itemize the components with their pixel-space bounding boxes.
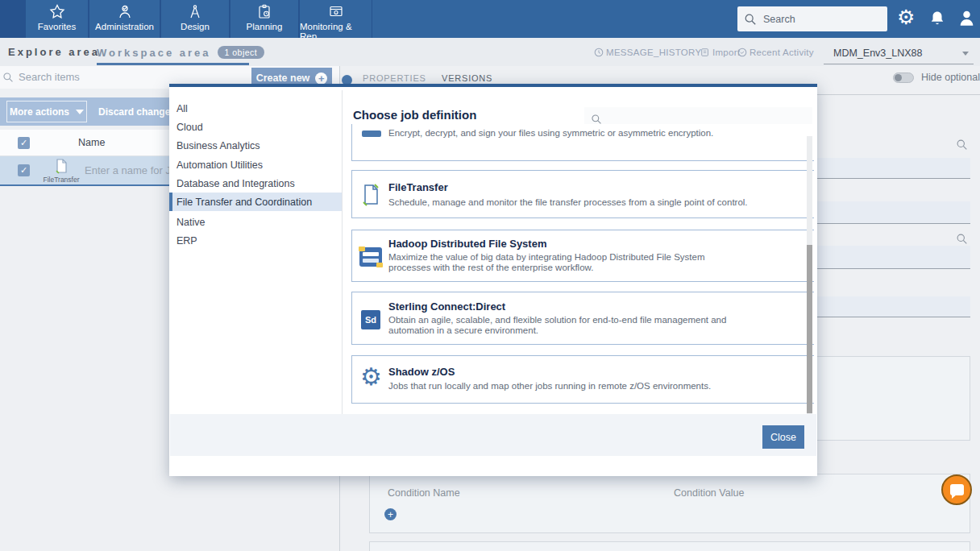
nav-tab-planning[interactable]: Planning xyxy=(230,0,299,38)
row-icon-label: FileTransfer xyxy=(43,176,79,184)
add-condition-button[interactable]: + xyxy=(384,508,397,520)
condition-name-label: Condition Name xyxy=(388,487,460,499)
notifications-bell-icon[interactable] xyxy=(928,10,946,27)
create-new-label: Create new xyxy=(256,72,310,84)
object-count-badge: 1 object xyxy=(218,46,265,59)
search-items-input[interactable] xyxy=(19,71,147,83)
category-all[interactable]: All xyxy=(169,99,342,118)
job-card-sterling[interactable]: Sd Sterling Connect:Direct Obtain an agi… xyxy=(351,292,814,345)
job-card-description: Obtain an agile, scalable, and flexible … xyxy=(388,315,743,335)
condition-value-label: Condition Value xyxy=(674,487,744,499)
message-history-label: MESSAGE_HISTORY xyxy=(606,48,701,57)
active-tab-underline xyxy=(97,63,249,65)
job-card-title: Sterling Connect:Direct xyxy=(388,300,505,313)
name-column-header: Name xyxy=(78,137,105,148)
global-search-input[interactable] xyxy=(763,14,876,25)
job-card-title: Shadow z/OS xyxy=(388,366,455,378)
administration-user-icon xyxy=(117,4,133,19)
workspace-tab-label: Workspace area xyxy=(97,47,211,59)
search-icon xyxy=(591,114,602,125)
discard-changes-label: Discard changes xyxy=(98,106,176,118)
conditions-box: Condition Name Condition Value + xyxy=(369,474,970,533)
row-checkbox[interactable]: ✓ xyxy=(18,164,30,176)
chat-bubble-icon xyxy=(950,484,964,495)
tab-workspace-area[interactable]: Workspace area 1 object xyxy=(97,46,264,59)
nav-tab-label: Administration xyxy=(95,22,154,31)
modal-footer xyxy=(170,414,816,456)
nav-tab-label: Favorites xyxy=(38,22,76,31)
search-icon xyxy=(744,13,757,26)
hide-optional-toggle[interactable] xyxy=(893,72,914,83)
job-card-description: Encrypt, decrypt, and sign your files us… xyxy=(388,128,743,139)
global-search-box[interactable] xyxy=(737,6,887,31)
nav-tab-monitoring[interactable]: Monitoring & Rep... xyxy=(299,0,372,38)
message-history-link[interactable]: MESSAGE_HISTORY xyxy=(594,48,710,57)
job-card-title: FileTransfer xyxy=(388,181,448,193)
modal-title: Choose job definition xyxy=(353,108,476,122)
filetransfer-doc-icon xyxy=(54,158,69,175)
caret-down-icon xyxy=(76,110,84,114)
clock-icon xyxy=(594,48,604,57)
hide-optional-label: Hide optional xyxy=(921,72,980,83)
chevron-down-icon xyxy=(962,52,969,56)
tab-properties[interactable]: PROPERTIES xyxy=(363,73,426,83)
user-avatar-icon[interactable] xyxy=(957,9,976,27)
job-card-description: Schedule, manage and monitor the file tr… xyxy=(388,197,767,208)
job-card-encryption[interactable]: Encrypt, decrypt, and sign your files us… xyxy=(351,124,814,161)
star-icon xyxy=(49,4,65,19)
plus-icon: + xyxy=(315,72,327,85)
edit-note-icon xyxy=(700,48,710,57)
nav-tab-favorites[interactable]: Favorites xyxy=(25,0,89,38)
lookup-search-icon[interactable] xyxy=(956,233,968,245)
more-actions-label: More actions xyxy=(10,106,69,118)
job-card-filetransfer[interactable]: FileTransfer Schedule, manage and monito… xyxy=(351,170,814,218)
job-card-description: Maximize the value of big data by integr… xyxy=(388,252,743,272)
encryption-icon xyxy=(362,130,381,137)
more-actions-button[interactable]: More actions xyxy=(6,101,87,122)
recent-activity-label: Recent Activity xyxy=(750,48,814,57)
job-card-title: Hadoop Distributed File System xyxy=(388,238,546,250)
app-logo-block xyxy=(0,0,25,38)
tab-versions[interactable]: VERSIONS xyxy=(442,73,492,83)
sterling-icon-text: Sd xyxy=(361,310,380,329)
job-card-shadow-zos[interactable]: ⚙ Shadow z/OS Jobs that run locally and … xyxy=(351,355,814,404)
filetransfer-doc-icon xyxy=(361,183,380,207)
toggle-knob xyxy=(895,74,902,81)
select-all-checkbox[interactable]: ✓ xyxy=(18,137,30,149)
engine-selector-value: MDM_Env3_LNX88 xyxy=(833,48,922,59)
search-icon xyxy=(2,72,14,83)
import-label: Import xyxy=(712,48,740,57)
shadow-gear-icon: ⚙ xyxy=(360,366,382,388)
close-button[interactable]: Close xyxy=(762,425,804,449)
choose-job-definition-modal: All Cloud Business Analytics Automation … xyxy=(169,84,817,476)
recent-activity-icon xyxy=(737,48,747,57)
import-link[interactable]: Import xyxy=(712,48,740,57)
nav-tab-label: Planning xyxy=(247,22,283,31)
search-items-box[interactable] xyxy=(2,71,147,83)
nav-tab-design[interactable]: Design xyxy=(160,0,230,38)
next-group-box xyxy=(369,541,970,551)
recent-activity-link[interactable]: Recent Activity xyxy=(737,48,814,57)
job-card-hadoop[interactable]: Hadoop Distributed File System Maximize … xyxy=(351,230,814,282)
sterling-icon: Sd xyxy=(361,310,380,329)
help-chat-button[interactable] xyxy=(941,474,972,505)
settings-gear-icon[interactable]: ⚙ xyxy=(897,8,915,26)
monitor-icon xyxy=(328,4,344,19)
compass-icon xyxy=(187,4,203,19)
nav-tab-label: Design xyxy=(181,22,210,31)
lookup-search-icon[interactable] xyxy=(956,139,968,151)
nav-tab-administration[interactable]: Administration xyxy=(89,0,160,38)
modal-scrollbar-thumb[interactable] xyxy=(807,245,812,413)
job-card-description: Jobs that run locally and map other jobs… xyxy=(388,381,743,392)
engine-selector-dropdown[interactable]: MDM_Env3_LNX88 xyxy=(824,43,974,64)
tab-explore-area[interactable]: Explore area xyxy=(8,46,100,58)
clipboard-icon xyxy=(256,4,272,19)
